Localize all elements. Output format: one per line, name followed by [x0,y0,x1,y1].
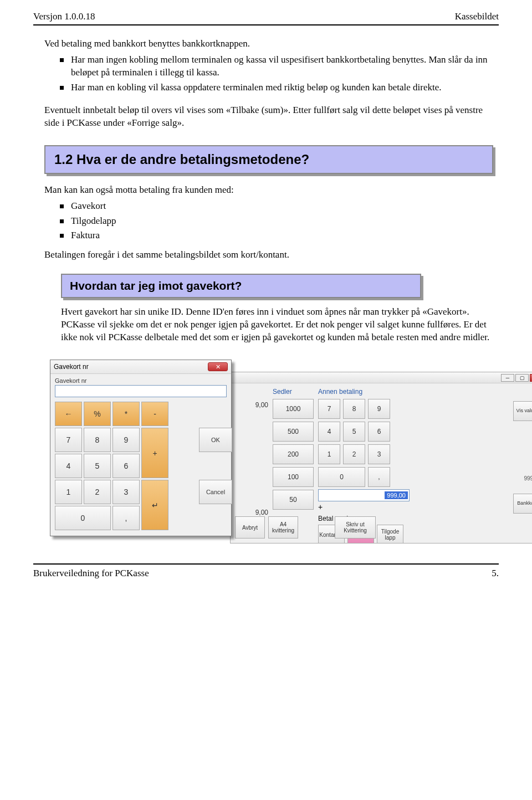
plus-label: + [318,502,410,511]
numpad-7[interactable]: 7 [318,399,340,419]
amount-value: 999,00 [385,491,408,499]
skriv-ut-kvittering-button[interactable]: Skriv ut Kvittering [335,516,376,539]
numpad-1[interactable]: 1 [318,444,340,464]
footer-left: Brukerveiledning for PCKasse [33,568,149,579]
minus-key[interactable]: - [141,402,168,426]
gavekort-dialog: Gavekort nr ✕ Gavekort nr ← % * - 7 8 [50,360,232,536]
paragraph: Hvert gavekort har sin unike ID. Denne I… [44,306,493,344]
key-2[interactable]: 2 [84,480,111,504]
dialog-title: Gavekort nr [54,363,89,371]
list-item: Har man ingen kobling mellom terminalen … [60,54,493,79]
payment-titlebar: ─ ▢ ✕ [231,372,532,383]
numpad-0[interactable]: 0 [318,467,365,487]
list-item: Tilgodelapp [60,215,493,228]
cancel-button[interactable]: Cancel [199,480,232,504]
close-icon[interactable]: ✕ [208,362,228,371]
list-item: Gavekort [60,200,493,213]
payment-window: ─ ▢ ✕ 9,00 9,00 Sedler 1000 500 [230,372,532,543]
close-icon[interactable]: ✕ [530,374,532,382]
left-amount-bottom: 9,00 [235,509,268,516]
version-text: Versjon 1.0.0.18 [33,11,95,22]
gavekort-id-input[interactable] [55,385,227,397]
numpad-2[interactable]: 2 [343,444,365,464]
key-3[interactable]: 3 [112,480,140,504]
gavekort-field-label: Gavekort nr [55,377,227,384]
avbryt-button[interactable]: Avbryt [235,516,265,539]
header-title: Kassebildet [455,11,499,22]
numpad-5[interactable]: 5 [343,422,365,442]
key-6[interactable]: 6 [112,454,140,478]
backspace-key[interactable]: ← [55,402,82,426]
percent-key[interactable]: % [84,402,111,426]
key-7[interactable]: 7 [55,428,82,452]
minimize-icon[interactable]: ─ [501,374,514,382]
key-9[interactable]: 9 [112,428,140,452]
list-item: Faktura [60,229,493,242]
sedler-200-button[interactable]: 200 [273,444,314,464]
star-key[interactable]: * [112,402,140,426]
key-8[interactable]: 8 [84,428,111,452]
ok-button[interactable]: OK [199,428,232,452]
numpad-6[interactable]: 6 [368,422,390,442]
sedler-500-button[interactable]: 500 [273,422,314,442]
left-amount-top: 9,00 [235,401,268,409]
paragraph: Man kan kan også motta betaling fra kund… [44,184,493,197]
intro-paragraph: Ved betaling med bankkort benyttes bankk… [44,38,493,50]
numpad-9[interactable]: 9 [368,399,390,419]
sedler-1000-button[interactable]: 1000 [273,399,314,419]
key-4[interactable]: 4 [55,454,82,478]
bankkort-button[interactable]: Bankkort [513,494,532,514]
numpad-3[interactable]: 3 [368,444,390,464]
bullet-list-2: Gavekort Tilgodelapp Faktura [44,200,493,243]
sedler-label: Sedler [273,388,314,396]
amount-display[interactable]: 999,00 [318,489,410,501]
amount-sub: 999,00 [513,475,532,481]
key-1[interactable]: 1 [55,480,82,504]
numpad-4[interactable]: 4 [318,422,340,442]
paragraph: Betalingen foregår i det samme betalings… [44,249,493,261]
page-header: Versjon 1.0.0.18 Kassebildet [33,11,499,25]
enter-key[interactable]: ↵ [141,480,168,530]
maximize-icon[interactable]: ▢ [515,374,529,382]
footer-page-number: 5. [492,568,499,579]
sedler-50-button[interactable]: 50 [273,490,314,510]
dialog-titlebar: Gavekort nr ✕ [50,360,231,374]
sub-heading-gavekort: Hvordan tar jeg imot gavekort? [61,274,421,298]
paragraph: Eventuelt innbetalt beløp til overs vil … [44,104,493,130]
numpad-8[interactable]: 8 [343,399,365,419]
key-5[interactable]: 5 [84,454,111,478]
annen-betaling-label: Annen betaling [318,388,410,396]
sedler-100-button[interactable]: 100 [273,467,314,487]
comma-key[interactable]: , [112,506,140,530]
bullet-list-1: Har man ingen kobling mellom terminalen … [44,54,493,94]
screenshot-composite: ─ ▢ ✕ 9,00 9,00 Sedler 1000 500 [44,360,493,537]
key-0[interactable]: 0 [55,506,111,530]
main-content: Ved betaling med bankkort benyttes bankk… [33,38,499,537]
vis-valuta-button[interactable]: Vis valuta [513,401,532,421]
page-footer: Brukerveiledning for PCKasse 5. [33,563,499,579]
numpad-comma[interactable]: , [368,467,390,487]
list-item: Har man en kobling vil kassa oppdatere t… [60,81,493,94]
section-heading-1-2: 1.2 Hva er de andre betalingsmetodene? [44,145,493,174]
plus-key[interactable]: + [141,428,168,478]
a4-kvittering-button[interactable]: A4 kvittering [268,516,298,539]
